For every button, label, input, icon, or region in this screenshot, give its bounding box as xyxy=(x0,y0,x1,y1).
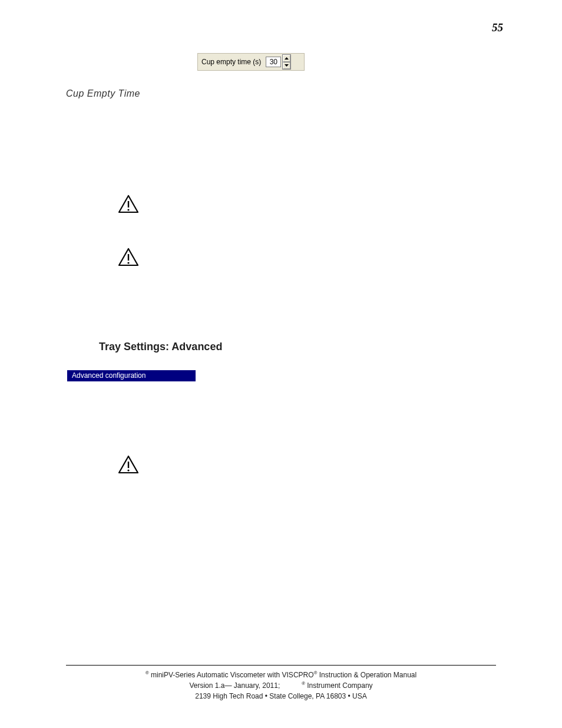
footer-line-1: ® miniPV-Series Automatic Viscometer wit… xyxy=(0,670,562,680)
warning-icon xyxy=(118,195,139,213)
footer-text: Instrument Company xyxy=(305,681,373,690)
cup-empty-time-spinner xyxy=(282,54,291,70)
svg-marker-1 xyxy=(285,64,289,67)
footer-line-2: Version 1.a— January, 2011; ® Instrument… xyxy=(0,680,562,691)
svg-point-4 xyxy=(127,209,129,210)
footer-text: Version 1.a— January, 2011; xyxy=(189,681,280,690)
svg-marker-0 xyxy=(285,57,289,60)
page-number: 55 xyxy=(492,21,503,34)
footer-text: Instruction & Operation Manual xyxy=(317,671,416,679)
chevron-down-icon xyxy=(285,64,289,67)
svg-point-10 xyxy=(127,469,129,471)
cup-empty-time-label: Cup empty time (s) xyxy=(201,58,261,66)
footer-divider xyxy=(66,665,496,666)
warning-icon xyxy=(118,455,139,474)
figure-caption: Cup Empty Time xyxy=(66,88,140,99)
advanced-configuration-titlebar: Advanced configuration xyxy=(67,370,196,381)
chevron-up-icon xyxy=(285,57,289,60)
page-footer: ® miniPV-Series Automatic Viscometer wit… xyxy=(0,670,562,701)
footer-line-3: 2139 High Tech Road • State College, PA … xyxy=(0,691,562,701)
footer-text: miniPV-Series Automatic Viscometer with … xyxy=(149,671,314,679)
section-heading: Tray Settings: Advanced xyxy=(99,341,222,353)
cup-empty-time-field: Cup empty time (s) 30 xyxy=(197,53,305,71)
spinner-up-button[interactable] xyxy=(283,55,290,62)
cup-empty-time-input[interactable]: 30 xyxy=(266,57,281,67)
warning-icon xyxy=(118,248,139,266)
spinner-down-button[interactable] xyxy=(283,62,290,69)
svg-point-7 xyxy=(127,262,129,263)
